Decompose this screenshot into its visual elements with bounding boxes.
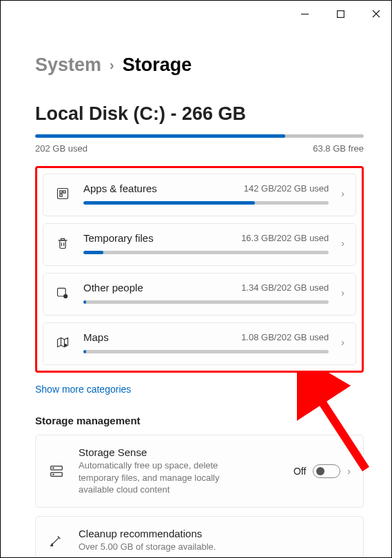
highlight-annotation: Apps & features142 GB/202 GB used›Tempor… [35, 166, 364, 373]
breadcrumb-parent[interactable]: System [35, 54, 101, 76]
close-button[interactable] [367, 4, 386, 23]
svg-rect-5 [60, 191, 62, 193]
category-usage: 142 GB/202 GB used [244, 183, 329, 194]
storage-sense-title: Storage Sense [79, 446, 280, 458]
category-usage: 16.3 GB/202 GB used [241, 233, 329, 243]
svg-rect-4 [58, 189, 68, 199]
maximize-button[interactable] [331, 4, 350, 23]
category-bar [83, 201, 329, 205]
svg-point-11 [64, 295, 68, 298]
category-usage: 1.08 GB/202 GB used [241, 332, 329, 342]
disk-title: Local Disk (C:) - 266 GB [35, 103, 364, 125]
storage-sense-toggle[interactable] [313, 464, 340, 478]
disk-usage-bar [35, 134, 364, 138]
svg-point-14 [64, 344, 67, 347]
page-title: Storage [123, 54, 192, 76]
show-more-categories-link[interactable]: Show more categories [35, 384, 131, 395]
disk-free-label: 63.8 GB free [313, 143, 364, 154]
chevron-right-icon: › [341, 238, 344, 249]
storage-sense-card[interactable]: Storage Sense Automatically free up spac… [35, 435, 364, 508]
category-bar [83, 350, 329, 353]
toggle-label: Off [293, 466, 306, 477]
category-bar [83, 251, 329, 254]
category-card-other-people[interactable]: Other people1.34 GB/202 GB used› [43, 273, 356, 316]
chevron-right-icon: › [341, 287, 344, 298]
category-card-maps[interactable]: Maps1.08 GB/202 GB used› [43, 322, 356, 365]
category-name: Maps [83, 331, 109, 343]
cleanup-icon [48, 532, 65, 548]
svg-point-17 [53, 468, 54, 468]
storage-sense-desc: Automatically free up space, delete temp… [79, 459, 244, 496]
trash-icon [54, 235, 71, 251]
cleanup-title: Cleanup recommendations [79, 528, 351, 539]
svg-rect-1 [337, 10, 344, 17]
cleanup-recommendations-card[interactable]: Cleanup recommendations Over 5.00 GB of … [35, 516, 364, 558]
apps-icon [54, 185, 71, 202]
chevron-right-icon: › [341, 188, 344, 199]
chevron-right-icon: › [347, 466, 351, 477]
category-name: Apps & features [83, 183, 157, 194]
chevron-right-icon: › [341, 337, 344, 348]
svg-rect-6 [63, 191, 65, 193]
storage-management-heading: Storage management [35, 415, 364, 426]
cleanup-desc: Over 5.00 GB of storage available. [79, 541, 244, 553]
chevron-right-icon: › [110, 57, 114, 73]
category-usage: 1.34 GB/202 GB used [241, 282, 329, 293]
category-card-temporary-files[interactable]: Temporary files16.3 GB/202 GB used› [43, 223, 356, 266]
category-name: Other people [83, 282, 143, 293]
storage-sense-icon [48, 463, 65, 479]
svg-point-18 [53, 474, 54, 475]
svg-rect-7 [60, 194, 62, 196]
category-bar [83, 300, 329, 304]
minimize-button[interactable] [295, 4, 314, 23]
breadcrumb: System › Storage [35, 54, 364, 76]
category-name: Temporary files [83, 232, 154, 244]
svg-rect-16 [51, 473, 63, 477]
category-card-apps-features[interactable]: Apps & features142 GB/202 GB used› [43, 174, 356, 216]
people-icon [54, 285, 71, 301]
svg-rect-15 [51, 466, 63, 470]
disk-used-label: 202 GB used [35, 143, 87, 154]
maps-icon [54, 334, 71, 351]
